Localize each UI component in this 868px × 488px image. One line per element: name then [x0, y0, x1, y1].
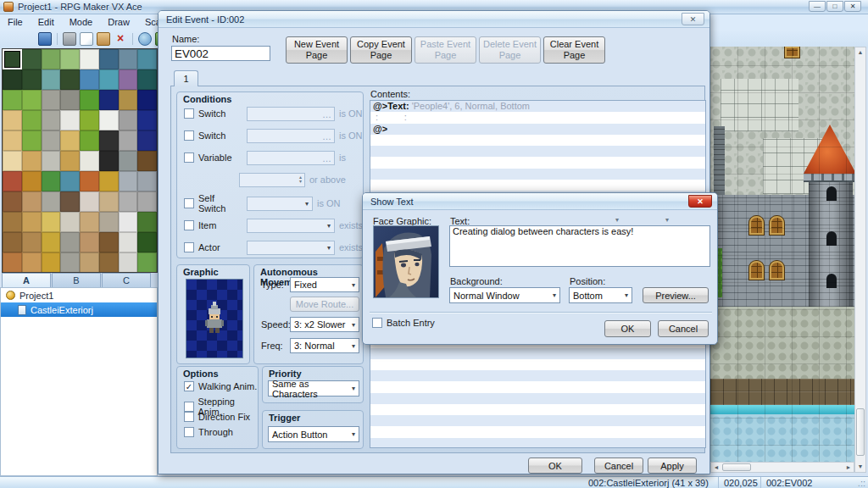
palette-tab-b[interactable]: B: [52, 273, 101, 287]
palette-tile[interactable]: [99, 130, 119, 151]
palette-tile[interactable]: [60, 232, 80, 252]
palette-tile[interactable]: [80, 191, 99, 212]
option-checkbox-stepping-anim[interactable]: [184, 402, 194, 412]
show-text-close-icon[interactable]: ✕: [688, 195, 712, 208]
event-command-row[interactable]: [370, 359, 705, 370]
palette-tile[interactable]: [22, 151, 42, 171]
palette-tile[interactable]: [137, 130, 157, 151]
palette-tile[interactable]: [80, 90, 99, 110]
event-command-row[interactable]: [370, 146, 705, 157]
palette-tile[interactable]: [99, 171, 119, 191]
dropdown-icon[interactable]: ▾: [348, 321, 359, 329]
map-canvas[interactable]: [710, 47, 854, 473]
palette-tile[interactable]: [119, 110, 138, 130]
text-dropdown-icon[interactable]: ▾: [665, 216, 669, 224]
palette-tile[interactable]: [99, 212, 119, 232]
edit-event-apply-button[interactable]: Apply: [648, 458, 697, 474]
palette-tile[interactable]: [3, 90, 22, 110]
new-event-page-button[interactable]: New Event Page: [286, 36, 348, 64]
tileset-palette[interactable]: [2, 48, 158, 273]
palette-tile[interactable]: [60, 252, 80, 273]
palette-tile[interactable]: [42, 151, 61, 171]
show-text-cancel-button[interactable]: Cancel: [658, 320, 709, 337]
palette-tile[interactable]: [80, 130, 99, 151]
palette-tab-a[interactable]: A: [2, 273, 51, 287]
palette-tile[interactable]: [60, 110, 80, 130]
palette-tile[interactable]: [60, 212, 80, 232]
palette-tile[interactable]: [3, 232, 22, 252]
palette-tile[interactable]: [22, 110, 42, 130]
palette-tile[interactable]: [119, 130, 138, 151]
palette-tile[interactable]: [99, 151, 119, 171]
palette-tile[interactable]: [137, 90, 157, 110]
palette-tile[interactable]: [42, 90, 61, 110]
switch2-checkbox[interactable]: [184, 130, 194, 141]
palette-tile[interactable]: [42, 252, 61, 273]
dropdown-icon[interactable]: ▾: [348, 430, 359, 438]
text-dropdown-icon[interactable]: ▾: [615, 216, 619, 224]
edit-event-titlebar[interactable]: Edit Event - ID:002: [159, 11, 709, 28]
open-project-icon[interactable]: [21, 32, 35, 46]
palette-tile[interactable]: [99, 90, 119, 110]
palette-tile[interactable]: [42, 212, 61, 232]
palette-tile[interactable]: [42, 232, 61, 252]
scroll-down-icon[interactable]: ▼: [855, 462, 865, 472]
paste-event-page-button[interactable]: Paste Event Page: [415, 36, 476, 64]
dropdown-icon[interactable]: ▾: [302, 200, 312, 208]
palette-tile[interactable]: [119, 49, 138, 69]
palette-tile[interactable]: [137, 191, 157, 212]
palette-tile[interactable]: [99, 110, 119, 130]
palette-tile[interactable]: [3, 191, 22, 212]
palette-tile[interactable]: [3, 252, 22, 273]
event-command-row[interactable]: [370, 135, 705, 146]
event-command-row[interactable]: [370, 370, 705, 381]
scroll-left-icon[interactable]: ◄: [711, 463, 721, 473]
palette-tile[interactable]: [99, 191, 119, 212]
palette-tile[interactable]: [137, 252, 157, 273]
message-text-input[interactable]: Creating dialog between characters is ea…: [449, 225, 710, 267]
palette-tile[interactable]: [42, 130, 61, 151]
palette-tile[interactable]: [42, 191, 61, 212]
type-combo[interactable]: Fixed ▾: [290, 277, 359, 292]
palette-tile[interactable]: [119, 90, 138, 110]
palette-tile[interactable]: [42, 171, 61, 191]
trigger-combo[interactable]: Action Button ▾: [268, 426, 359, 442]
palette-tile[interactable]: [22, 252, 42, 273]
menu-edit[interactable]: Edit: [31, 15, 62, 29]
palette-tile[interactable]: [99, 232, 119, 252]
map-vertical-scrollbar[interactable]: ▲ ▼: [854, 47, 866, 473]
face-graphic-preview[interactable]: [373, 225, 439, 298]
event-graphic-preview[interactable]: [186, 279, 243, 358]
paste-icon[interactable]: [97, 32, 110, 46]
actor-combo[interactable]: ▾: [247, 241, 335, 255]
palette-tile[interactable]: [119, 191, 138, 212]
tree-item-project[interactable]: Project1: [1, 288, 157, 302]
event-page-tab-1[interactable]: 1: [174, 70, 198, 86]
copy-event-page-button[interactable]: Copy Event Page: [350, 36, 412, 64]
palette-tile[interactable]: [80, 69, 99, 90]
event-command-row[interactable]: @>: [370, 124, 705, 135]
palette-tile[interactable]: [3, 130, 22, 151]
show-text-titlebar[interactable]: Show Text: [363, 193, 717, 210]
delete-icon[interactable]: ×: [114, 32, 127, 46]
edit-event-close-icon[interactable]: ✕: [682, 13, 704, 25]
palette-tile[interactable]: [3, 69, 22, 90]
speed-combo[interactable]: 3: x2 Slower ▾: [290, 317, 359, 332]
item-checkbox[interactable]: [184, 220, 194, 230]
edit-event-cancel-button[interactable]: Cancel: [594, 458, 643, 474]
scroll-right-icon[interactable]: ►: [843, 463, 854, 473]
dropdown-icon[interactable]: ▾: [621, 291, 632, 299]
palette-tile[interactable]: [60, 90, 80, 110]
variable-field[interactable]: …: [247, 151, 335, 165]
event-command-row[interactable]: [370, 169, 705, 180]
palette-tile[interactable]: [119, 171, 138, 191]
scroll-up-icon[interactable]: ▲: [855, 47, 865, 58]
palette-tile[interactable]: [60, 130, 80, 151]
palette-tile[interactable]: [3, 212, 22, 232]
freq-combo[interactable]: 3: Normal ▾: [290, 338, 359, 353]
map-horizontal-scrollbar[interactable]: ◄ ►: [710, 462, 854, 473]
close-button[interactable]: ✕: [844, 1, 861, 12]
event-command-row[interactable]: [370, 438, 705, 449]
palette-tile[interactable]: [80, 232, 99, 252]
event-command-row[interactable]: @>Text: 'People4', 6, Normal, Bottom: [370, 101, 705, 112]
